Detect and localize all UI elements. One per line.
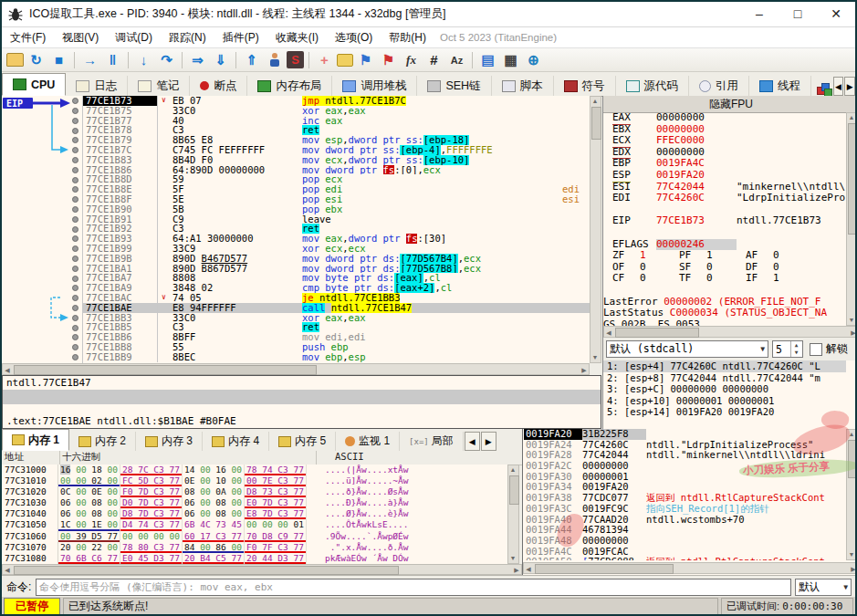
disasm-row[interactable]: 77CE1B8D59pop ecx — [83, 174, 590, 184]
dump-row[interactable]: 77C3101000 00 02 00FC 5D C3 770E 00 10 0… — [2, 475, 507, 486]
disasm-row[interactable]: 77CE1B798B65 E8mov esp,dword ptr ss:[ebp… — [83, 135, 590, 145]
register-row[interactable]: EBP0019FA4C — [603, 158, 846, 170]
dump-row[interactable]: 77C310501C 00 1E 00D4 74 C3 776B 4C 73 4… — [2, 519, 507, 530]
breakpoint-dot[interactable] — [72, 354, 78, 360]
minimize-button[interactable]: – — [740, 3, 779, 26]
disasm-row[interactable]: 77CE1B92C3ret — [83, 224, 590, 234]
title-bar[interactable]: ICO提取工具.exe - PID: 3940 - 模块: ntdll.dll … — [2, 2, 855, 27]
disasm-row[interactable]: 77CE1B7533C0xor eax,eax — [83, 106, 590, 116]
open-file-icon[interactable] — [6, 53, 24, 67]
tab-scroll-left-button[interactable]: ◀ — [833, 77, 844, 96]
dump-tab-内存4[interactable]: 内存 4 — [203, 432, 269, 451]
disasm-row[interactable]: 77CE1B9B890D B467D577mov dword ptr ds:[7… — [83, 254, 590, 264]
tab-符号[interactable]: 符号 — [554, 76, 616, 96]
breakpoint-dot[interactable] — [72, 315, 78, 321]
hide-fpu-button[interactable]: 隐藏FPU — [603, 96, 857, 113]
breakpoint-dot[interactable] — [72, 325, 78, 331]
disasm-row[interactable]: 77CE1BA78808mov byte ptr ds:[eax],cl — [83, 273, 590, 283]
dump-row[interactable]: 77C3104006 00 08 00D8 7D C3 7706 00 08 0… — [2, 508, 507, 519]
menu-item-I[interactable]: 收藏夹(I) — [267, 28, 327, 47]
disasm-row[interactable]: 77CE1BB68BFFmov edi,edi — [83, 332, 590, 342]
hash-icon[interactable]: # — [423, 50, 444, 69]
stack-row[interactable]: 0019FA2C00000000 — [524, 461, 846, 472]
dump-tab-scroll-left-button[interactable]: ◀ — [465, 432, 480, 451]
breakpoint-dot[interactable] — [72, 256, 78, 262]
disasm-row[interactable]: 77CE1BA1890D B867D577mov dword ptr ds:[7… — [83, 264, 590, 274]
lasterror-row[interactable]: LastStatus C0000034 (STATUS_OBJECT_NA — [603, 308, 846, 319]
disasm-row[interactable]: 77CE1BA93848 02cmp byte ptr ds:[eax+2],c… — [83, 283, 590, 293]
disasm-row[interactable]: 77CE1B9933C9xor ecx,ecx — [83, 244, 590, 254]
dump-row[interactable]: 77C3107020 00 22 0078 80 C3 7784 00 86 0… — [2, 542, 507, 553]
dump-row[interactable]: 77C310200C 00 0E 00F0 7D C3 7708 00 0A 0… — [2, 486, 507, 497]
checkbox-icon[interactable] — [810, 343, 822, 356]
register-row[interactable]: EAX00000000 — [603, 112, 846, 124]
dump-tab-内存2[interactable]: 内存 2 — [69, 432, 136, 451]
trace-into-icon[interactable]: ⇓ — [210, 50, 231, 69]
register-row[interactable]: EIP77CE1B73ntdll.77CE1B73 — [603, 215, 846, 227]
step-out-icon[interactable]: ⇑ — [241, 50, 262, 69]
comments-icon[interactable] — [337, 54, 353, 67]
menu-item-V[interactable]: 视图(V) — [54, 28, 107, 47]
disasm-row[interactable]: 77CE1BB333C0xor eax,eax — [83, 313, 590, 323]
unlock-checkbox[interactable]: 解锁 — [810, 341, 848, 357]
stack-row[interactable]: 0019FA3877CDC077返回到 ntdll.RtlCaptureStac… — [524, 493, 846, 504]
dump-tab-内存1[interactable]: 内存 1 — [2, 429, 69, 451]
tab-脚本[interactable]: 脚本 — [492, 76, 554, 96]
maximize-button[interactable]: □ — [779, 3, 817, 26]
stack-row[interactable]: 0019FA4446781394 — [524, 525, 846, 536]
dump-row[interactable]: 77C3103006 00 08 00D0 7D C3 7706 00 08 0… — [2, 497, 507, 508]
stop-icon[interactable]: ■ — [48, 50, 69, 69]
tab-内存布局[interactable]: 内存布局 — [247, 76, 332, 96]
disasm-row[interactable]: 77CE1BAEE8 94FFFFFFcall ntdll.77CE1B47 — [83, 303, 590, 313]
stack-row[interactable]: 0019FA4C0019FCAC — [524, 547, 846, 558]
stack-vscrollbar[interactable]: ▲ ▼ — [846, 429, 857, 560]
detach-blocks-icon[interactable] — [817, 83, 826, 96]
disasm-row[interactable]: 77CE1B8E5Fpop ediedi — [83, 184, 590, 194]
step-into-icon[interactable]: ↓ — [133, 50, 154, 69]
tab-源代码[interactable]: 源代码 — [616, 76, 690, 96]
pause-icon[interactable]: ‖ — [102, 50, 123, 69]
register-row[interactable]: EDX00000000 — [603, 147, 846, 159]
run-trace-icon[interactable]: ⇒ — [187, 50, 208, 69]
argument-row[interactable]: 4: [esp+10] 00000001 00000001 — [603, 395, 846, 407]
disasm-row[interactable]: 77CE1B8664:890D 00000000mov dword ptr fs… — [83, 165, 590, 175]
disasm-row[interactable]: 77CE1B78C3ret — [83, 125, 590, 135]
breakpoint-dot[interactable] — [72, 108, 78, 114]
breakpoint-dot[interactable] — [72, 266, 78, 272]
dump-vscrollbar[interactable]: ▲ ▼ — [507, 465, 519, 564]
run-to-user-icon[interactable] — [264, 50, 285, 69]
settings-icon[interactable]: S — [287, 51, 304, 68]
stack-row[interactable]: 0019FA3C0019FC9C指向SEH_Record[1]的指针 — [524, 504, 846, 515]
dump-tab-内存3[interactable]: 内存 3 — [136, 432, 203, 451]
stack-row[interactable]: 0019FA340019FA20 — [524, 482, 846, 493]
menu-item-D[interactable]: 调试(D) — [107, 28, 161, 47]
step-over-icon[interactable]: ↷ — [156, 50, 177, 69]
breakpoint-dot[interactable] — [72, 128, 78, 134]
bookmarks-icon[interactable]: ⚑ — [378, 50, 399, 69]
restart-icon[interactable]: ↻ — [26, 50, 47, 69]
argument-row[interactable]: 1: [esp+4] 77C4260C ntdll.77C4260C "L — [603, 360, 846, 372]
disasm-row[interactable]: 77CE1BB98BECmov ebp,esp — [83, 352, 590, 362]
tab-seh链[interactable]: SEH链 — [417, 76, 491, 96]
disasm-vscrollbar[interactable]: ▲ ▼ — [590, 96, 601, 363]
breakpoint-dot[interactable] — [72, 305, 78, 311]
menu-item-N[interactable]: 跟踪(N) — [161, 28, 214, 47]
command-input[interactable] — [36, 579, 791, 596]
stack-row[interactable]: 0019FA50[77CDC088返回到 ntdll.RtlCaptureSta… — [524, 557, 846, 560]
tab-scroll-right-button[interactable]: ▶ — [844, 77, 855, 96]
stack-row[interactable]: 0019FA2477C4260Cntdll."LdrpInitializePro… — [524, 440, 846, 451]
breakpoint-dot[interactable] — [72, 226, 78, 233]
dump-tab-监视1[interactable]: 监视 1 — [336, 432, 400, 451]
dump-tab-内存5[interactable]: 内存 5 — [269, 432, 336, 451]
stack-row[interactable]: 0019FA3000000001 — [524, 472, 846, 483]
disasm-row[interactable]: 77CE1BB5C3ret — [83, 322, 590, 332]
breakpoint-dot[interactable] — [72, 177, 78, 183]
dump-row[interactable]: 77C3106000 39 D5 7700 00 00 0060 17 C3 7… — [2, 531, 507, 542]
register-row[interactable]: ESI77C42044"minkernel\\ntdll\ — [603, 182, 846, 193]
internet-icon[interactable]: ⊕ — [523, 50, 544, 69]
stack-row[interactable]: 0019FA2031B225F8 — [524, 429, 846, 440]
command-profile-select[interactable]: 默认 ▼ — [795, 579, 852, 596]
disasm-row[interactable]: 77CE1B7CC745 FC FEFFFFFFmov dword ptr ss… — [83, 145, 590, 155]
register-row[interactable]: EBX00000000 — [603, 124, 846, 136]
menu-item-F[interactable]: 文件(F) — [2, 28, 54, 47]
